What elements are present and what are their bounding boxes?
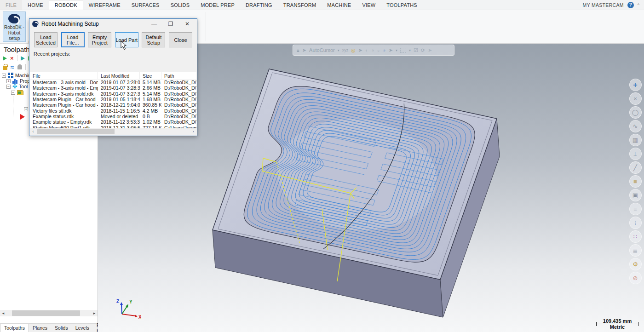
bottom-tab-solids[interactable]: Solids (51, 324, 72, 332)
scroll-left-icon[interactable]: ‹ (30, 128, 36, 135)
maximize-button[interactable]: ❐ (164, 21, 178, 27)
robodk-setup-button[interactable]: RoboDK - Robot setup (3, 11, 26, 42)
help-icon[interactable]: ? (627, 2, 634, 8)
ribbon-tab-drafting[interactable]: DRAFTING (240, 0, 278, 10)
table-row[interactable]: Station Meca500 Part1.rdk2018-12-31 3:05… (30, 125, 196, 128)
select-mode-icon-1[interactable]: ◐ (365, 48, 368, 53)
chevron-down-icon[interactable]: ▾ (338, 48, 339, 52)
selection-list-icon[interactable]: ≡ (629, 203, 642, 215)
collapse-icon[interactable]: − (11, 91, 15, 95)
ribbon-tab-file[interactable]: FILE (0, 0, 22, 10)
column-header-file[interactable]: File (30, 72, 98, 79)
structure-list-icon[interactable]: ⁞ (629, 217, 642, 229)
close-button[interactable]: Close (169, 32, 192, 47)
ribbon-tab-robodk[interactable]: ROBODK (49, 0, 83, 10)
pixel-grid-icon[interactable]: ∷ (629, 230, 642, 243)
unselect-all-operations-icon[interactable]: × (10, 56, 14, 61)
bottom-tab-toolpaths[interactable]: Toolpaths (0, 324, 29, 332)
minimize-button[interactable]: — (147, 21, 161, 27)
ghost-blank-icon[interactable] (17, 64, 22, 69)
table-row[interactable]: Mastercam - 3-axis mold.rdk2019-01-07 3:… (30, 91, 196, 97)
table-row[interactable]: Victory files stl.rdk2018-11-15 1:16:53 … (30, 108, 196, 113)
dimension-icon[interactable]: ⌶ (629, 148, 642, 160)
lock-icon[interactable] (3, 66, 7, 70)
toolpath-display-icon[interactable]: ≈ (11, 65, 14, 69)
add-point-icon[interactable]: + (629, 79, 642, 91)
ribbon-tab-toolpaths[interactable]: TOOLPATHS (381, 0, 423, 10)
ribbon-tab-transform[interactable]: TRANSFORM (278, 0, 322, 10)
chevron-down-icon[interactable]: ▾ (409, 48, 411, 52)
select-cursor-icon[interactable]: ➤ (358, 48, 362, 53)
collapse-icon[interactable]: − (6, 85, 11, 89)
scroll-right-icon[interactable]: › (190, 128, 196, 135)
disable-icon[interactable]: ⊘ (629, 272, 642, 284)
tree-node-properties[interactable]: + Prop (6, 78, 30, 84)
regen-operations-icon[interactable] (21, 56, 25, 61)
small-cursor-icon[interactable]: ➤ (428, 48, 432, 53)
column-header-path[interactable]: Path (161, 72, 196, 79)
tree-node-toolpath-group[interactable]: − ✣ Tool (6, 84, 28, 89)
overlap-squares-icon[interactable]: ▣ (629, 189, 642, 201)
panel-h-scrollbar[interactable]: ◂ ▸ (0, 310, 98, 316)
window-select-icon[interactable] (400, 48, 406, 53)
cursor-icon[interactable]: ➤ (302, 48, 306, 53)
close-button[interactable]: ✕ (180, 21, 194, 27)
table-row[interactable]: Mastercam - 3-axis mold - Empty.rdk2019-… (30, 85, 196, 91)
expand-icon[interactable]: + (24, 107, 28, 111)
column-header-last-modified[interactable]: Last Modified (98, 72, 140, 79)
ribbon-tab-solids[interactable]: SOLIDS (165, 0, 196, 10)
select-all-operations-icon[interactable] (3, 56, 7, 61)
tree-insert-marker[interactable] (20, 114, 25, 120)
layers-icon[interactable]: ≣ (629, 244, 642, 257)
table-header[interactable]: FileLast ModifiedSizePath (30, 72, 196, 80)
ribbon-tab-model-prep[interactable]: MODEL PREP (195, 0, 240, 10)
validate-select-icon[interactable]: ☑ (414, 48, 418, 53)
screw-tool-icon[interactable]: ╱ (629, 161, 642, 174)
scroll-thumb[interactable] (37, 129, 115, 134)
default-setup-button[interactable]: DefaultSetup (142, 32, 165, 47)
expand-icon[interactable]: + (6, 79, 11, 83)
ribbon-tab-machine[interactable]: MACHINE (322, 0, 356, 10)
ribbon-tab-home[interactable]: HOME (22, 0, 49, 10)
circle-icon[interactable]: ◯ (629, 106, 642, 119)
collapse-icon[interactable]: − (2, 74, 6, 78)
bottom-tab-planes[interactable]: Planes (29, 324, 51, 332)
scroll-thumb[interactable] (12, 310, 80, 316)
scroll-right-icon[interactable]: ▸ (91, 310, 98, 316)
xyz-entry-icon[interactable]: xyz (342, 48, 349, 53)
tree-node-operation[interactable]: − (11, 90, 23, 95)
empty-project-button[interactable]: EmptyProject (88, 32, 111, 47)
ribbon-tab-surfaces[interactable]: SURFACES (126, 0, 165, 10)
tree-node-collapsed-child[interactable]: + (24, 106, 28, 112)
load-file-button[interactable]: Load File... (61, 32, 85, 47)
select-mode-icon-2[interactable]: ◑ (371, 48, 374, 53)
gear-icon[interactable]: ⚙ (629, 258, 642, 270)
column-header-size[interactable]: Size (140, 72, 161, 79)
table-row[interactable]: Example statue - Empty.rdk2018-11-12 3:5… (30, 119, 196, 125)
select-mode-icon-3[interactable]: ◒ (377, 48, 380, 53)
table-row[interactable]: Mastercam Plugin - Car hood - Empty.rdk2… (30, 102, 196, 108)
collapse-ribbon-icon[interactable]: ^ (638, 3, 639, 7)
bottom-tab-levels[interactable]: Levels (72, 324, 93, 332)
ribbon-tab-view[interactable]: VIEW (356, 0, 381, 10)
table-row[interactable]: Mastercam Plugin - Car hood - Done.rdk20… (30, 97, 196, 102)
table-row[interactable]: Example status.rdkMoved or deleted0 BD:/… (30, 114, 196, 119)
select-entity-icon[interactable]: ➤ (389, 48, 393, 53)
load-selected-button[interactable]: LoadSelected (34, 32, 58, 47)
ribbon-tab-wireframe[interactable]: WIREFRAME (83, 0, 126, 10)
recent-projects-table[interactable]: FileLast ModifiedSizePath Mastercam - 3-… (30, 72, 196, 128)
select-solid-icon[interactable]: ◕ (383, 48, 386, 53)
table-row[interactable]: Mastercam - 3-axis mold - Done.rdk2019-0… (30, 80, 196, 85)
spline-icon[interactable]: ∿ (629, 120, 642, 132)
analyze-entity-icon[interactable]: × (629, 92, 642, 105)
wireframe-cube-icon[interactable]: ▦ (629, 134, 642, 146)
dialog-h-scrollbar[interactable]: ‹ › (30, 128, 196, 135)
refresh-icon[interactable]: ⟳ (421, 48, 425, 53)
my-mastercam-link[interactable]: MY MASTERCAM (583, 2, 624, 8)
gnomon-target-icon[interactable]: ◎ (351, 48, 356, 53)
autocursor-label[interactable]: AutoCursor (309, 47, 335, 53)
solid-cube-icon[interactable]: ■ (629, 175, 642, 188)
dialog-titlebar[interactable]: Robot Machining Setup — ❐ ✕ (29, 19, 197, 29)
chevron-down-icon[interactable]: ▾ (396, 48, 397, 52)
lock-icon[interactable]: 🔒︎ (297, 48, 299, 53)
